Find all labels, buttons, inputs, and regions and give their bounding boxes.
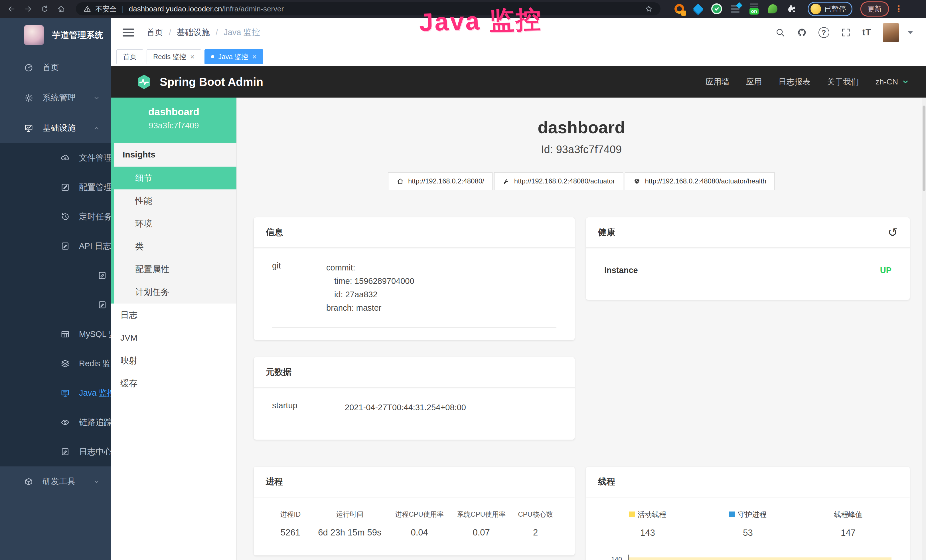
box-icon	[24, 477, 33, 486]
sba-nav-applications[interactable]: 应用	[746, 76, 762, 87]
profile-emoji-icon	[811, 4, 821, 14]
github-icon[interactable]	[797, 27, 807, 38]
sidebar-item-tracing[interactable]: 链路追踪	[0, 408, 111, 437]
sba-sidebar-item-configprops[interactable]: 配置属性	[114, 258, 236, 281]
tab-close-icon[interactable]: ×	[253, 53, 257, 61]
sba-sidebar-item-details[interactable]: 细节	[114, 166, 236, 189]
browser-update-button[interactable]: 更新	[860, 2, 889, 17]
sba-sidebar-item-environment[interactable]: 环境	[114, 212, 236, 235]
sidebar-item-dev-tools[interactable]: 研发工具	[0, 466, 111, 496]
process-header-cpus: CPU核心数	[512, 510, 559, 519]
process-table: 进程ID 运行时间 进程CPU使用率 系统CPU使用率 CPU核心数 5261 …	[254, 497, 575, 555]
scrollbar-thumb[interactable]	[923, 106, 925, 191]
sidebar-item-system-management[interactable]: 系统管理	[0, 83, 111, 113]
sidebar-collapse-icon[interactable]	[123, 29, 134, 36]
url-path[interactable]: /infra/admin-server	[222, 5, 284, 14]
threads-chart: 140 120 100	[598, 554, 898, 560]
tab-home[interactable]: 首页	[117, 49, 143, 64]
extension-on-badge: on	[749, 8, 759, 15]
sidebar-item-scheduled-tasks[interactable]: 定时任务	[0, 202, 111, 232]
sba-nav-wallboard[interactable]: 应用墙	[705, 76, 729, 87]
metadata-card-title: 元数据	[266, 366, 292, 378]
process-header-pid: 进程ID	[270, 510, 311, 519]
extension-orange-icon[interactable]	[673, 3, 685, 15]
breadcrumb: 首页 / 基础设施 / Java 监控	[147, 27, 260, 38]
bookmark-star-icon[interactable]	[645, 5, 653, 13]
process-card: 进程 进程ID 运行时间 进程CPU使用率 系统CPU使用率 CPU核心数 52…	[254, 467, 575, 555]
service-url-button[interactable]: http://192.168.0.2:48080/	[388, 172, 493, 190]
app-sidebar: 芋道管理系统 首页 系统管理 基础设施 文件管理	[0, 18, 111, 560]
browser-back-button[interactable]	[5, 3, 18, 15]
sidebar-item-access-logs[interactable]: 访问日志	[0, 261, 111, 290]
help-icon[interactable]: ?	[819, 27, 829, 38]
chevron-down-icon	[93, 94, 100, 102]
sidebar-item-api-logs[interactable]: API 日志	[0, 232, 111, 261]
sba-sidebar-item-logfile[interactable]: 日志	[111, 304, 236, 326]
health-instance-row: Instance UP	[604, 266, 891, 287]
sidebar-item-config-management[interactable]: 配置管理	[0, 173, 111, 202]
address-bar[interactable]: 不安全 | dashboard.yudao.iocoder.cn /infra/…	[76, 2, 661, 15]
extension-grid-icon[interactable]	[729, 3, 741, 15]
sidebar-item-file-management[interactable]: 文件管理	[0, 143, 111, 173]
health-history-icon[interactable]: ↺	[888, 228, 898, 238]
actuator-url-button[interactable]: http://192.168.0.2:48080/actuator	[494, 172, 623, 190]
sidebar-item-mysql-monitor[interactable]: MySQL 监控	[0, 319, 111, 349]
extension-green-icon[interactable]	[711, 3, 722, 14]
sba-sidebar-item-mappings[interactable]: 映射	[111, 349, 236, 372]
extension-switch-icon[interactable]: on	[748, 3, 760, 15]
security-label[interactable]: 不安全	[95, 4, 117, 14]
chevron-down-icon	[93, 478, 100, 486]
breadcrumb-separator: /	[169, 28, 171, 37]
info-card: 信息 git commit: time: 1596289704000 id: 2…	[254, 217, 575, 340]
sidebar-item-redis-monitor[interactable]: Redis 监控	[0, 349, 111, 378]
legend-value: 147	[798, 528, 898, 538]
update-label: 更新	[867, 5, 882, 13]
extensions-puzzle-icon[interactable]	[786, 4, 796, 14]
breadcrumb-infrastructure[interactable]: 基础设施	[177, 27, 210, 38]
sba-locale-select[interactable]: zh-CN	[876, 77, 909, 86]
cloud-upload-icon	[61, 153, 70, 163]
sba-sidebar-item-scheduled-tasks[interactable]: 计划任务	[114, 281, 236, 304]
sidebar-item-java-monitor[interactable]: Java 监控	[0, 378, 111, 408]
breadcrumb-home[interactable]: 首页	[147, 27, 163, 38]
search-icon[interactable]	[775, 27, 785, 38]
spring-boot-admin-logo-icon	[136, 74, 152, 90]
info-value: commit: time: 1596289704000 id: 27aa832 …	[326, 261, 415, 315]
fullscreen-icon[interactable]	[841, 27, 851, 38]
browser-forward-button[interactable]	[22, 3, 34, 15]
sba-nav-journal[interactable]: 日志报表	[779, 76, 811, 87]
avatar-caret-down-icon[interactable]	[908, 31, 913, 34]
sidebar-item-log-center[interactable]: 日志中心	[0, 437, 111, 466]
app-logo-row[interactable]: 芋道管理系统	[0, 18, 111, 53]
browser-home-button[interactable]	[55, 3, 67, 15]
process-value-cpus: 2	[512, 527, 559, 538]
font-size-icon[interactable]: tT	[862, 27, 871, 38]
sba-sidebar-item-caches[interactable]: 缓存	[111, 372, 236, 395]
sba-sidebar-item-classes[interactable]: 类	[114, 235, 236, 258]
url-host[interactable]: dashboard.yudao.iocoder.cn	[129, 5, 222, 14]
sba-sidebar-item-metrics[interactable]: 性能	[114, 189, 236, 212]
sidebar-item-home[interactable]: 首页	[0, 53, 111, 83]
tab-close-icon[interactable]: ×	[190, 53, 195, 61]
process-value-system-cpu: 0.07	[450, 527, 512, 538]
sidebar-item-infrastructure[interactable]: 基础设施	[0, 113, 111, 143]
user-avatar[interactable]	[883, 23, 899, 42]
info-git-row: git commit: time: 1596289704000 id: 27aa…	[272, 261, 557, 327]
browser-reload-button[interactable]	[38, 3, 51, 15]
health-url-button[interactable]: http://192.168.0.2:48080/actuator/health	[625, 172, 775, 190]
process-header-process-cpu: 进程CPU使用率	[389, 510, 450, 519]
eye-icon	[61, 418, 70, 427]
health-instance-label: Instance	[604, 266, 638, 275]
tab-java-monitor[interactable]: Java 监控 ×	[204, 49, 263, 64]
sba-instance-header[interactable]: dashboard 93a3fc7f7409	[111, 98, 236, 143]
not-secure-warning-icon	[83, 5, 91, 13]
sba-locale-label: zh-CN	[876, 77, 898, 86]
sidebar-item-error-logs[interactable]: 错误日志	[0, 290, 111, 319]
browser-menu-kebab-icon[interactable]: ⋮	[894, 3, 903, 14]
tab-redis-monitor[interactable]: Redis 监控 ×	[147, 49, 201, 64]
sba-sidebar-item-jvm[interactable]: JVM	[111, 326, 236, 349]
extension-pin-icon[interactable]	[692, 3, 704, 15]
sba-nav-about[interactable]: 关于我们	[827, 76, 859, 87]
extension-leaf-icon[interactable]	[767, 3, 779, 15]
browser-profile-chip[interactable]: 已暂停	[808, 2, 852, 16]
